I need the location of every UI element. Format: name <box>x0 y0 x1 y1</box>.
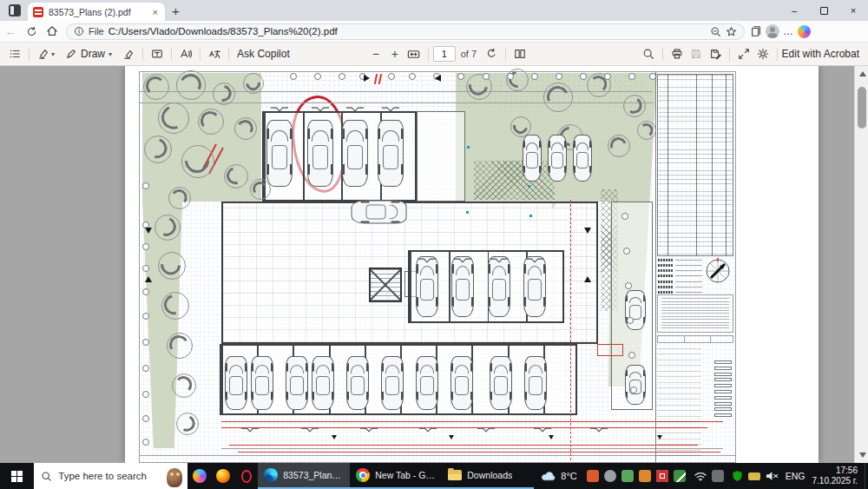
chevron-down-icon[interactable]: ▾ <box>108 50 112 58</box>
zoom-in-icon[interactable]: + <box>385 44 404 63</box>
weather-widget[interactable]: 8°C <box>534 471 583 482</box>
show-desktop-button[interactable] <box>865 463 868 489</box>
rotate-icon[interactable] <box>482 44 501 63</box>
collections-icon[interactable] <box>750 25 762 37</box>
save-as-icon[interactable] <box>706 44 725 63</box>
taskbar-window-edge-pdf[interactable]: 83573_Plans (2).pdf... <box>258 463 350 489</box>
maximize-button[interactable] <box>809 0 838 21</box>
tray-app-icon-7[interactable] <box>712 470 724 482</box>
eraser-icon[interactable] <box>119 44 138 63</box>
highlighter-icon[interactable] <box>34 44 53 63</box>
canopy-mark <box>381 101 400 108</box>
pdf-page[interactable]: 4335.9646,405,406,406А 3А ЖС 41д <box>125 66 819 463</box>
grid-bubble <box>142 182 149 189</box>
scroll-down-arrow[interactable] <box>859 453 866 458</box>
taskbar-window-downloads[interactable]: Downloads <box>442 463 534 489</box>
tray-app-icon-5[interactable] <box>656 470 668 482</box>
minimize-button[interactable]: – <box>779 0 809 21</box>
draw-label[interactable]: Draw <box>81 48 105 60</box>
page-view-icon[interactable] <box>510 44 529 63</box>
tree-symbol <box>234 117 257 140</box>
tab-close-icon[interactable]: × <box>151 7 160 17</box>
toc-icon[interactable] <box>5 44 24 63</box>
search-highlight-owl[interactable] <box>163 466 186 489</box>
favorites-star-icon[interactable] <box>726 26 737 37</box>
taskbar-copilot-icon[interactable] <box>187 463 211 489</box>
page-number-input[interactable] <box>433 46 456 62</box>
print-icon[interactable] <box>667 44 687 63</box>
vertical-scrollbar[interactable] <box>854 66 868 463</box>
tray-app-icon-4[interactable] <box>639 470 651 482</box>
translate-icon[interactable] <box>205 44 224 63</box>
zoom-page-icon[interactable] <box>710 26 721 37</box>
grid-bubble <box>531 73 538 80</box>
fullscreen-icon[interactable] <box>734 44 753 63</box>
search-document-icon[interactable] <box>639 44 658 63</box>
divider <box>171 48 172 61</box>
tray-app-icon-8[interactable] <box>748 472 760 480</box>
marker-triangle-down <box>584 228 591 234</box>
back-icon[interactable]: ← <box>0 23 21 40</box>
tab-title: 83573_Plans (2).pdf <box>49 7 146 17</box>
settings-menu-icon[interactable]: … <box>783 25 794 37</box>
car-symbol <box>352 201 407 224</box>
tree-symbol <box>224 164 248 188</box>
divider <box>228 48 229 61</box>
red-dimension-line <box>221 421 723 422</box>
start-button[interactable] <box>0 463 34 489</box>
defender-shield-icon[interactable] <box>732 470 743 482</box>
sheet-list-box <box>714 367 732 370</box>
workspaces-icon[interactable] <box>9 4 21 17</box>
tray-app-icon-1[interactable] <box>587 470 599 482</box>
tray-app-icon-6[interactable] <box>674 470 686 482</box>
canopy-mark <box>300 421 319 428</box>
grid-bubble <box>625 282 632 289</box>
legend-block <box>657 259 702 294</box>
toolbar-right-group: Edit with Acrobat <box>639 44 863 63</box>
profile-avatar[interactable] <box>766 24 779 38</box>
chevron-down-icon[interactable]: ▾ <box>51 50 55 58</box>
draw-icon[interactable] <box>62 44 81 63</box>
home-icon[interactable] <box>42 23 62 40</box>
car-symbol <box>488 256 510 317</box>
marker-triangle-up <box>145 276 152 282</box>
save-icon[interactable] <box>687 44 706 63</box>
taskbar-window-chrome[interactable]: New Tab - Google ... <box>350 463 442 489</box>
fit-width-icon[interactable] <box>404 44 424 63</box>
tab-pdf[interactable]: 83573_Plans (2).pdf × <box>28 3 165 21</box>
close-button[interactable]: × <box>838 0 868 21</box>
volume-muted-icon[interactable] <box>766 471 779 481</box>
divider <box>662 48 663 61</box>
divider <box>777 48 778 61</box>
canopy-mark <box>359 421 378 428</box>
taskbar-firefox-icon[interactable] <box>211 463 234 489</box>
taskbar-clock[interactable]: 17:56 7.10.2025 г. <box>812 466 865 487</box>
taskbar-search[interactable]: Type here to search <box>34 463 187 489</box>
edit-with-acrobat-button[interactable]: Edit with Acrobat <box>782 48 859 60</box>
scroll-up-arrow[interactable] <box>859 71 866 76</box>
grid-bubble <box>556 73 562 80</box>
zoom-out-icon[interactable]: − <box>366 44 385 63</box>
ask-copilot-button[interactable]: Ask Copilot <box>237 48 290 60</box>
grid-bubble <box>142 265 149 272</box>
language-indicator[interactable]: ENG <box>779 471 812 481</box>
add-text-icon[interactable] <box>148 44 167 63</box>
car-symbol <box>523 256 546 317</box>
pdf-viewer[interactable]: 4335.9646,405,406,406А 3А ЖС 41д <box>0 66 868 463</box>
marker-triangle-left <box>435 75 441 82</box>
divider <box>200 48 201 61</box>
scrollbar-thumb[interactable] <box>858 87 866 129</box>
read-aloud-icon[interactable] <box>176 44 195 63</box>
car-symbol <box>312 356 334 410</box>
url-field[interactable]: File C:/Users/Vlado/Downloads/83573_Plan… <box>66 23 745 40</box>
settings-gear-icon[interactable] <box>753 44 773 63</box>
new-tab-button[interactable]: + <box>172 3 180 18</box>
taskbar-opera-icon[interactable] <box>234 463 258 489</box>
tray-app-icon-2[interactable] <box>604 470 616 482</box>
copilot-icon[interactable] <box>798 25 811 38</box>
wifi-indicator[interactable] <box>694 471 707 481</box>
tray-app-icon-3[interactable] <box>621 470 634 482</box>
refresh-icon[interactable] <box>21 23 42 40</box>
window-label: Downloads <box>467 470 512 480</box>
car-symbol <box>523 135 542 182</box>
